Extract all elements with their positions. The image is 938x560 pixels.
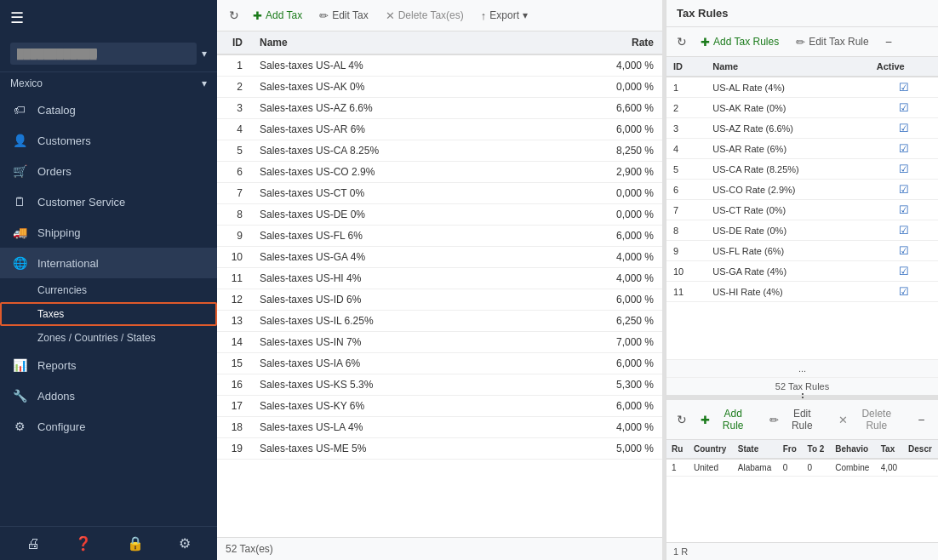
- add-tax-rules-button[interactable]: ✚ Add Tax Rules: [694, 32, 786, 52]
- table-row[interactable]: 11 Sales-taxes US-HI 4% 4,000 %: [217, 268, 662, 289]
- table-row[interactable]: 5 Sales-taxes US-CA 8.25% 8,250 %: [217, 140, 662, 162]
- print-icon[interactable]: 🖨: [26, 536, 40, 551]
- sidebar-item-addons[interactable]: 🔧 Addons: [0, 380, 217, 411]
- rule-active-cell[interactable]: ☑: [870, 118, 938, 139]
- rule-active-cell[interactable]: ☑: [870, 98, 938, 118]
- delete-tax-button[interactable]: ✕ Delete Tax(es): [379, 6, 471, 26]
- rules-col-name: Name: [706, 57, 869, 77]
- table-row[interactable]: 14 Sales-taxes US-IN 7% 7,000 %: [217, 332, 662, 353]
- list-item[interactable]: 2 US-AK Rate (0%) ☑: [666, 98, 938, 118]
- list-item[interactable]: 1 United Alabama 0 0 Combine 4,00: [666, 459, 938, 477]
- table-row[interactable]: 6 Sales-taxes US-CO 2.9% 2,900 %: [217, 162, 662, 183]
- export-dropdown-icon: ▾: [523, 9, 528, 21]
- sidebar-item-orders[interactable]: 🛒 Orders: [0, 156, 217, 186]
- sidebar-item-reports[interactable]: 📊 Reports: [0, 350, 217, 380]
- sidebar-sub-zones[interactable]: Zones / Countries / States: [0, 326, 217, 350]
- list-item[interactable]: 1 US-AL Rate (4%) ☑: [666, 77, 938, 98]
- rules-table-wrapper[interactable]: RuCountryStateFroTo 2BehavioTaxDescr 1 U…: [666, 440, 938, 542]
- table-row[interactable]: 19 Sales-taxes US-ME 5% 5,000 %: [217, 438, 662, 460]
- table-row[interactable]: 3 Sales-taxes US-AZ 6.6% 6,600 %: [217, 98, 662, 119]
- sidebar-item-customers[interactable]: 👤 Customers: [0, 125, 217, 156]
- sidebar-item-customer-service[interactable]: 🗒 Customer Service: [0, 186, 217, 217]
- list-item[interactable]: 10 US-GA Rate (4%) ☑: [666, 261, 938, 282]
- table-row[interactable]: 13 Sales-taxes US-IL 6.25% 6,250 %: [217, 311, 662, 332]
- company-chevron-icon[interactable]: ▾: [202, 48, 207, 60]
- rule-name-cell: US-CT Rate (0%): [706, 200, 869, 220]
- edit-tax-rule-button[interactable]: ✏ Edit Tax Rule: [789, 32, 875, 52]
- tax-rules-table-wrapper[interactable]: ID Name Active 1 US-AL Rate (4%) ☑ 2 US-…: [666, 57, 938, 359]
- reports-icon: 📊: [10, 358, 29, 372]
- tax-rules-table: ID Name Active 1 US-AL Rate (4%) ☑ 2 US-…: [666, 57, 938, 302]
- edit-rule-button[interactable]: ✏ Edit Rule: [763, 404, 828, 435]
- table-row[interactable]: 17 Sales-taxes US-KY 6% 6,000 %: [217, 396, 662, 417]
- sidebar-sub-taxes[interactable]: Taxes: [0, 302, 217, 326]
- tax-id-cell: 4: [217, 119, 251, 140]
- table-row[interactable]: 1 Sales-taxes US-AL 4% 4,000 %: [217, 54, 662, 77]
- taxes-table-wrapper[interactable]: ID Name Rate 1 Sales-taxes US-AL 4% 4,00…: [217, 31, 662, 537]
- sidebar-sub-currencies[interactable]: Currencies: [0, 278, 217, 302]
- addons-icon: 🔧: [10, 389, 29, 403]
- tax-rate-cell: 0,000 %: [421, 204, 662, 226]
- store-chevron-icon[interactable]: ▾: [202, 77, 207, 89]
- rule-active-cell[interactable]: ☑: [870, 220, 938, 241]
- edit-rule-icon: ✏: [796, 36, 805, 49]
- rule-active-cell[interactable]: ☑: [870, 180, 938, 200]
- tax-rate-cell: 6,000 %: [421, 353, 662, 374]
- rules-more-button[interactable]: –: [912, 410, 931, 429]
- list-item[interactable]: 8 US-DE Rate (0%) ☑: [666, 220, 938, 241]
- export-button[interactable]: ↑ Export ▾: [474, 6, 535, 26]
- tax-name-cell: Sales-taxes US-AL 4%: [251, 54, 421, 77]
- tax-name-cell: Sales-taxes US-FL 6%: [251, 226, 421, 247]
- table-row[interactable]: 8 Sales-taxes US-DE 0% 0,000 %: [217, 204, 662, 226]
- rule-active-cell[interactable]: ☑: [870, 159, 938, 180]
- sidebar-item-shipping[interactable]: 🚚 Shipping: [0, 217, 217, 248]
- table-row[interactable]: 9 Sales-taxes US-FL 6% 6,000 %: [217, 226, 662, 247]
- catalog-icon: 🏷: [10, 103, 29, 117]
- sidebar-item-catalog[interactable]: 🏷 Catalog: [0, 94, 217, 125]
- add-rule-button[interactable]: ✚ Add Rule: [694, 404, 759, 435]
- lock-icon[interactable]: 🔒: [127, 535, 144, 551]
- rule-refresh-button[interactable]: ↻: [673, 409, 690, 430]
- rule-active-cell[interactable]: ☑: [870, 241, 938, 261]
- delete-rule-button[interactable]: ✕ Delete Rule: [832, 404, 908, 435]
- list-item[interactable]: 7 US-CT Rate (0%) ☑: [666, 200, 938, 220]
- rule-name-cell: US-CA Rate (8.25%): [706, 159, 869, 180]
- table-row[interactable]: 7 Sales-taxes US-CT 0% 0,000 %: [217, 183, 662, 204]
- rules-refresh-button[interactable]: ↻: [673, 31, 690, 52]
- tax-name-cell: Sales-taxes US-IN 7%: [251, 332, 421, 353]
- settings-icon[interactable]: ⚙: [179, 535, 191, 551]
- tax-rules-more-button[interactable]: –: [879, 32, 899, 51]
- rule-active-cell[interactable]: ☑: [870, 139, 938, 159]
- table-row[interactable]: 12 Sales-taxes US-ID 6% 6,000 %: [217, 289, 662, 311]
- table-row[interactable]: 15 Sales-taxes US-IA 6% 6,000 %: [217, 353, 662, 374]
- table-row[interactable]: 2 Sales-taxes US-AK 0% 0,000 %: [217, 77, 662, 98]
- sidebar-item-international[interactable]: 🌐 International: [0, 248, 217, 278]
- list-item[interactable]: 6 US-CO Rate (2.9%) ☑: [666, 180, 938, 200]
- add-tax-button[interactable]: ✚ Add Tax: [246, 6, 309, 26]
- list-item[interactable]: 11 US-HI Rate (4%) ☑: [666, 282, 938, 302]
- list-item[interactable]: 5 US-CA Rate (8.25%) ☑: [666, 159, 938, 180]
- rule-active-cell[interactable]: ☑: [870, 77, 938, 98]
- sidebar-footer: 🖨 ❓ 🔒 ⚙: [0, 526, 217, 560]
- col-header-name: Name: [251, 31, 421, 54]
- rule-active-cell[interactable]: ☑: [870, 282, 938, 302]
- list-item[interactable]: 9 US-FL Rate (6%) ☑: [666, 241, 938, 261]
- tax-rate-cell: 4,000 %: [421, 54, 662, 77]
- help-icon[interactable]: ❓: [75, 535, 92, 551]
- tax-name-cell: Sales-taxes US-AR 6%: [251, 119, 421, 140]
- rule-active-cell[interactable]: ☑: [870, 261, 938, 282]
- tax-rate-cell: 6,000 %: [421, 119, 662, 140]
- table-row[interactable]: 16 Sales-taxes US-KS 5.3% 5,300 %: [217, 374, 662, 396]
- tax-id-cell: 16: [217, 374, 251, 396]
- list-item[interactable]: 4 US-AR Rate (6%) ☑: [666, 139, 938, 159]
- list-item[interactable]: 3 US-AZ Rate (6.6%) ☑: [666, 118, 938, 139]
- rule-active-cell[interactable]: ☑: [870, 200, 938, 220]
- menu-icon[interactable]: ☰: [10, 9, 24, 27]
- edit-tax-button[interactable]: ✏ Edit Tax: [312, 6, 375, 26]
- refresh-button[interactable]: ↻: [226, 5, 243, 26]
- table-row[interactable]: 4 Sales-taxes US-AR 6% 6,000 %: [217, 119, 662, 140]
- tax-id-cell: 5: [217, 140, 251, 162]
- table-row[interactable]: 18 Sales-taxes US-LA 4% 4,000 %: [217, 417, 662, 438]
- sidebar-item-configure[interactable]: ⚙ Configure: [0, 411, 217, 442]
- table-row[interactable]: 10 Sales-taxes US-GA 4% 4,000 %: [217, 247, 662, 268]
